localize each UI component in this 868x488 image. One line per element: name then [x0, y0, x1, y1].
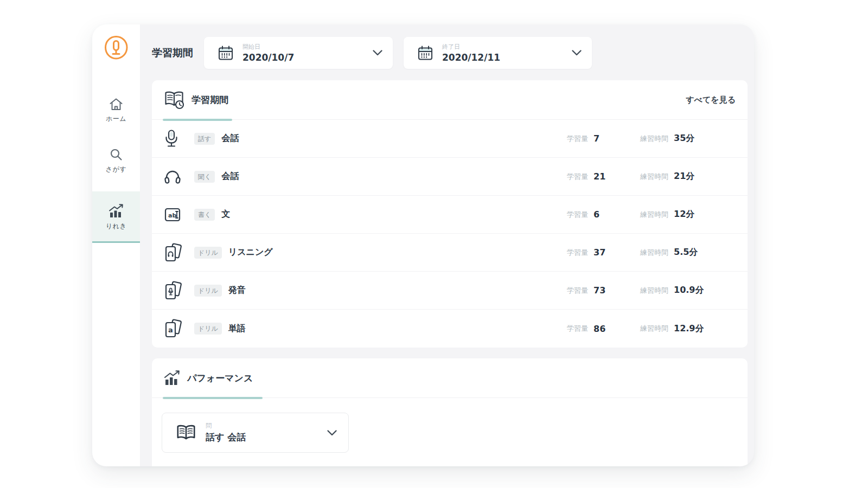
amount-label: 学習量: [567, 324, 588, 333]
performance-chart-icon: [163, 370, 181, 386]
end-date-label: 終了日: [442, 43, 500, 51]
row-stats: 学習量 86 練習時間 12.9分: [567, 323, 715, 335]
start-date-select[interactable]: 開始日 2020/10/7: [204, 37, 393, 69]
sidebar: ホーム さがす: [92, 24, 140, 466]
activity-name: 発音: [228, 285, 246, 296]
amount-label: 学習量: [567, 248, 588, 258]
time-label: 練習時間: [640, 134, 668, 144]
chevron-down-icon: [372, 49, 383, 56]
text-input-icon: ab: [164, 206, 188, 223]
study-period-topbar: 学習期間 開始日 2020/1: [152, 37, 754, 69]
study-period-title: 学習期間: [152, 46, 204, 60]
chevron-down-icon: [571, 49, 582, 56]
skill-badge: 話す: [194, 133, 215, 145]
calendar-icon: [217, 44, 234, 62]
svg-text:a: a: [168, 326, 173, 334]
time-label: 練習時間: [640, 172, 668, 182]
start-date-label: 開始日: [242, 43, 294, 51]
amount-label: 学習量: [567, 286, 588, 296]
row-stats: 学習量 7 練習時間 35分: [567, 133, 715, 144]
headphones-icon: [164, 169, 188, 185]
study-row-write-sentence: ab 書く 文 学習量 6 練習時間 12分: [152, 196, 748, 234]
amount-label: 学習量: [567, 172, 588, 182]
performance-card-title: パフォーマンス: [187, 372, 253, 384]
time-label: 練習時間: [640, 248, 668, 258]
flashcards-headphones-icon: [164, 243, 188, 262]
study-period-card: 学習期間 すべてを見る 話す 会話 学習量: [152, 80, 748, 348]
main-area: 学習期間 開始日 2020/1: [140, 24, 754, 466]
amount-label: 学習量: [567, 134, 588, 144]
row-stats: 学習量 6 練習時間 12分: [567, 209, 715, 220]
home-icon: [108, 97, 124, 111]
mic-logo-icon: [103, 34, 130, 61]
sidebar-item-label: さがす: [106, 165, 126, 174]
row-stats: 学習量 37 練習時間 5.5分: [567, 247, 715, 258]
svg-text:ab: ab: [168, 211, 176, 219]
amount-value: 6: [593, 209, 622, 220]
activity-name: 単語: [228, 323, 246, 335]
study-card-header: 学習期間 すべてを見る: [152, 80, 748, 120]
start-date-value: 2020/10/7: [242, 52, 294, 63]
amount-value: 21: [593, 171, 622, 182]
amount-value: 37: [593, 247, 622, 258]
app-logo[interactable]: [103, 34, 130, 61]
time-label: 練習時間: [640, 286, 668, 296]
skill-badge: 書く: [194, 209, 215, 221]
performance-select-text: 問 話す 会話: [206, 422, 246, 444]
active-tab-underline: [163, 397, 263, 399]
time-label: 練習時間: [640, 210, 668, 220]
skill-badge: 聞く: [194, 171, 215, 183]
book-clock-icon: [163, 89, 186, 110]
row-stats: 学習量 21 練習時間 21分: [567, 171, 715, 182]
time-value: 10.9分: [674, 285, 715, 296]
activity-name: 文: [221, 209, 230, 220]
search-icon: [109, 147, 123, 162]
time-value: 12分: [674, 209, 715, 220]
skill-badge: ドリル: [194, 285, 222, 297]
flashcards-letter-icon: a: [164, 319, 188, 338]
performance-card-header: パフォーマンス: [152, 358, 748, 398]
app-window: ホーム さがす: [92, 24, 754, 466]
time-value: 12.9分: [674, 323, 715, 335]
study-row-drill-pronunciation: ドリル 発音 学習量 73 練習時間 10.9分: [152, 272, 748, 310]
skill-badge: ドリル: [194, 247, 222, 259]
performance-card: パフォーマンス 問 話す 会話: [152, 358, 748, 466]
end-date-select[interactable]: 終了日 2020/12/11: [404, 37, 592, 69]
calendar-icon: [417, 44, 434, 62]
study-card-title: 学習期間: [192, 94, 228, 106]
activity-name: 会話: [221, 171, 239, 182]
time-value: 21分: [674, 171, 715, 182]
open-book-icon: [175, 423, 197, 442]
end-date-value: 2020/12/11: [442, 52, 500, 63]
activity-name: リスニング: [228, 247, 273, 258]
sidebar-item-label: りれき: [106, 222, 126, 231]
study-row-listen-conversation: 聞く 会話 学習量 21 練習時間 21分: [152, 158, 748, 196]
sidebar-item-search[interactable]: さがす: [92, 143, 140, 178]
amount-value: 86: [593, 324, 622, 334]
sidebar-item-history[interactable]: りれき: [92, 191, 140, 243]
study-row-speak-conversation: 話す 会話 学習量 7 練習時間 35分: [152, 120, 748, 158]
performance-activity-select[interactable]: 問 話す 会話: [162, 413, 349, 453]
study-row-drill-listening: ドリル リスニング 学習量 37 練習時間 5.5分: [152, 234, 748, 272]
skill-badge: ドリル: [194, 323, 222, 335]
amount-label: 学習量: [567, 210, 588, 220]
microphone-icon: [164, 129, 188, 149]
time-value: 5.5分: [674, 247, 715, 258]
see-all-link[interactable]: すべてを見る: [686, 95, 736, 105]
sidebar-item-label: ホーム: [106, 114, 126, 124]
history-chart-icon: [108, 203, 124, 219]
chevron-down-icon: [327, 429, 337, 436]
amount-value: 7: [593, 133, 622, 144]
row-stats: 学習量 73 練習時間 10.9分: [567, 285, 715, 296]
flashcards-mic-icon: [164, 281, 188, 300]
active-tab-underline: [163, 119, 232, 121]
sidebar-item-home[interactable]: ホーム: [92, 93, 140, 128]
performance-select-label: 問: [206, 422, 246, 430]
performance-select-value: 話す 会話: [206, 431, 246, 444]
time-label: 練習時間: [640, 324, 668, 333]
amount-value: 73: [593, 285, 622, 296]
end-date-text: 終了日 2020/12/11: [442, 43, 500, 63]
study-row-drill-vocabulary: a ドリル 単語 学習量 86 練習時間 12.9分: [152, 310, 748, 348]
start-date-text: 開始日 2020/10/7: [242, 43, 294, 63]
time-value: 35分: [674, 133, 715, 144]
